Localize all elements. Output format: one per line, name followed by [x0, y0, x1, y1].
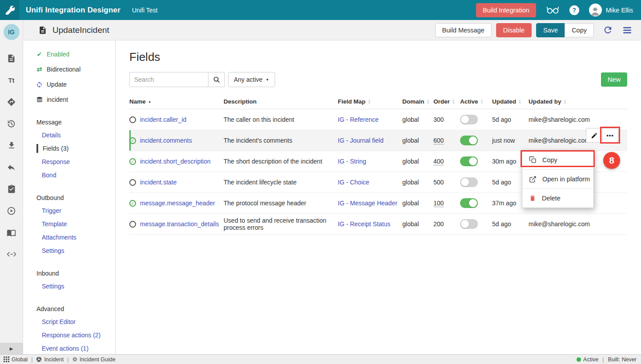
active-toggle[interactable]: [460, 177, 478, 187]
document-icon[interactable]: [7, 53, 16, 63]
incident-table-link[interactable]: Incident: [36, 356, 64, 363]
nav-item-event-actions[interactable]: Event actions (1): [23, 342, 115, 354]
nav-item-incident-table[interactable]: incident: [23, 93, 115, 106]
field-map-link[interactable]: IG - String: [338, 158, 366, 165]
field-map-link[interactable]: IG - Choice: [338, 179, 369, 186]
nav-item-response[interactable]: Response: [23, 155, 115, 168]
user-avatar-icon: [589, 4, 602, 16]
sidebar-collapse-button[interactable]: ▶: [0, 343, 23, 354]
user-menu[interactable]: Mike Ellis: [589, 4, 633, 16]
search-input[interactable]: [129, 72, 208, 87]
reply-icon[interactable]: [7, 162, 16, 172]
column-updated[interactable]: Updated▲▼: [492, 94, 529, 109]
field-name-link[interactable]: incident.short_description: [140, 158, 211, 165]
active-toggle[interactable]: [460, 198, 478, 208]
copy-button[interactable]: Copy: [565, 23, 594, 37]
nav-section-outbound: Outbound: [23, 192, 115, 204]
field-domain: global: [402, 218, 433, 230]
active-toggle[interactable]: [460, 115, 478, 124]
column-active[interactable]: Active▲▼: [460, 94, 492, 109]
active-toggle[interactable]: [460, 219, 478, 229]
column-field-map[interactable]: Field Map▲▼: [338, 94, 402, 109]
order-value[interactable]: 400: [433, 158, 444, 165]
table-row[interactable]: incident.commentsThe incident's comments…: [129, 130, 627, 151]
icon-rail: IG Tt ▶: [0, 20, 23, 354]
nav-section-message: Message: [23, 116, 115, 128]
play-circle-icon[interactable]: [7, 206, 16, 216]
field-map-link[interactable]: IG - Reference: [338, 116, 379, 123]
book-icon[interactable]: [7, 228, 16, 237]
new-field-button[interactable]: New: [601, 72, 627, 87]
nav-item-bidirectional[interactable]: ⇄ Bidirectional: [23, 63, 115, 76]
nav-item-trigger[interactable]: Trigger: [23, 204, 115, 217]
nav-item-details[interactable]: Details: [23, 128, 115, 142]
field-name-link[interactable]: incident.caller_id: [140, 116, 186, 123]
field-description: Used to send and receive transaction pro…: [224, 214, 338, 234]
nav-item-bond[interactable]: Bond: [23, 168, 115, 182]
save-button[interactable]: Save: [536, 23, 565, 37]
field-map-link[interactable]: IG - Journal field: [338, 137, 384, 144]
field-description: The short description of the incident: [224, 155, 338, 168]
download-icon[interactable]: [7, 140, 16, 150]
workspace-name[interactable]: Unifi Test: [132, 7, 157, 14]
order-value[interactable]: 500: [433, 179, 444, 186]
refresh-icon[interactable]: [602, 24, 613, 36]
nav-item-attachments[interactable]: Attachments: [23, 231, 115, 244]
field-name-link[interactable]: message.transaction_details: [140, 220, 219, 228]
table-row[interactable]: message.transaction_detailsUsed to send …: [129, 214, 627, 235]
nav-item-response-actions[interactable]: Response actions (2): [23, 328, 115, 342]
field-map-link[interactable]: IG - Message Header: [338, 200, 397, 207]
history-icon[interactable]: [7, 119, 16, 128]
column-description[interactable]: Description: [224, 94, 338, 109]
column-name[interactable]: Name▲: [129, 94, 224, 109]
menu-item-delete[interactable]: Delete: [522, 188, 593, 208]
app-logo[interactable]: [0, 0, 20, 20]
row-more-actions-button[interactable]: •••: [602, 128, 618, 143]
order-value[interactable]: 300: [433, 116, 444, 123]
domain-scope-selector[interactable]: Global: [4, 356, 28, 363]
menu-hamburger-icon[interactable]: [621, 24, 633, 36]
nav-item-update[interactable]: Update: [23, 78, 115, 91]
disable-button[interactable]: Disable: [496, 23, 532, 37]
field-name-link[interactable]: incident.comments: [140, 137, 192, 144]
active-filter-dropdown[interactable]: Any active ▼: [228, 72, 275, 87]
field-domain: global: [402, 197, 433, 209]
build-integration-button[interactable]: Build Integration: [476, 3, 536, 17]
order-value[interactable]: 100: [433, 200, 444, 207]
column-updated-by[interactable]: Updated by▲▼: [529, 94, 595, 109]
gear-icon: ⚙: [72, 356, 77, 363]
help-icon[interactable]: ?: [569, 5, 579, 15]
incident-guide-link[interactable]: ⚙ Incident Guide: [72, 356, 115, 363]
check-icon: ✔: [36, 51, 43, 58]
integration-avatar[interactable]: IG: [4, 24, 20, 40]
table-row[interactable]: incident.caller_idThe caller on this inc…: [129, 109, 627, 130]
order-value[interactable]: 600: [433, 137, 444, 144]
field-name-link[interactable]: message.message_header: [140, 200, 215, 207]
code-icon[interactable]: [7, 249, 16, 259]
menu-item-copy[interactable]: Copy: [522, 150, 593, 169]
search-button[interactable]: [208, 72, 225, 87]
built-status-label: Built: Never: [608, 356, 637, 363]
nav-item-fields[interactable]: Fields (3): [23, 142, 115, 155]
column-domain[interactable]: Domain▲▼: [402, 94, 433, 109]
field-map-link[interactable]: IG - Receipt Status: [338, 220, 390, 228]
field-name-link[interactable]: incident.state: [140, 179, 177, 186]
nav-item-outbound-settings[interactable]: Settings: [23, 244, 115, 257]
column-order[interactable]: Order▲▼: [433, 94, 460, 109]
preview-glasses-icon[interactable]: [546, 6, 560, 14]
menu-item-open-in-platform[interactable]: Open in platform: [522, 169, 593, 188]
build-message-button[interactable]: Build Message: [435, 23, 492, 37]
active-toggle[interactable]: [460, 156, 478, 166]
text-fields-icon[interactable]: Tt: [7, 75, 16, 85]
directions-icon[interactable]: [7, 97, 16, 107]
active-toggle[interactable]: [460, 136, 478, 145]
order-value[interactable]: 200: [433, 220, 444, 228]
nav-item-inbound-settings[interactable]: Settings: [23, 280, 115, 293]
row-context-menu: Copy Open in platform Delete: [522, 150, 594, 208]
nav-item-script-editor[interactable]: Script Editor: [23, 315, 115, 328]
page-title: UpdateIncident: [52, 25, 109, 35]
edit-row-button[interactable]: [586, 128, 602, 143]
nav-item-template[interactable]: Template: [23, 217, 115, 231]
nav-item-enabled[interactable]: ✔ Enabled: [23, 48, 115, 61]
clipboard-check-icon[interactable]: [7, 184, 16, 194]
